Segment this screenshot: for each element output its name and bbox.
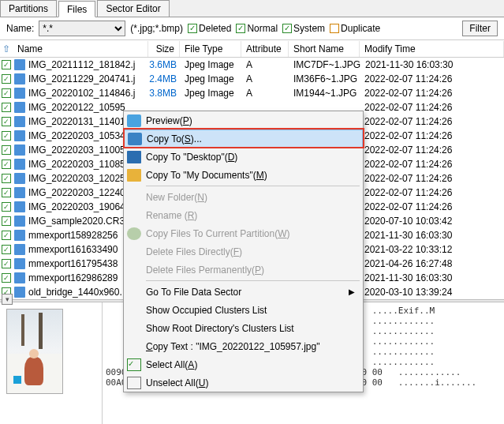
tab-partitions[interactable]: Partitions bbox=[0, 0, 57, 17]
chk-system[interactable]: ✓System bbox=[282, 23, 325, 34]
desktop-icon bbox=[127, 151, 141, 163]
col-type[interactable]: File Type bbox=[180, 41, 241, 57]
menu-copy-to[interactable]: Copy To(S)... bbox=[124, 129, 363, 148]
context-menu: Preview(P) Copy To(S)... Copy To "Deskto… bbox=[123, 111, 364, 392]
col-name[interactable]: Name bbox=[13, 41, 148, 57]
row-checkbox[interactable]: ✓ bbox=[2, 174, 11, 183]
table-row[interactable]: ✓ IMG_20220102_114846.j 3.8MB Jpeg Image… bbox=[0, 86, 504, 100]
file-attr: A bbox=[241, 73, 289, 84]
file-attr: A bbox=[241, 88, 289, 99]
table-row[interactable]: ✓ IMG_20211229_204741.j 2.4MB Jpeg Image… bbox=[0, 72, 504, 86]
file-mod: 2022-02-07 11:24:26 bbox=[360, 159, 504, 170]
file-mod: 2022-02-07 11:24:26 bbox=[360, 144, 504, 156]
file-icon bbox=[14, 187, 25, 198]
thumbnail-pane bbox=[0, 302, 103, 424]
file-mod: 2022-02-07 11:24:26 bbox=[360, 130, 504, 141]
col-size[interactable]: Size bbox=[148, 41, 180, 57]
file-icon bbox=[14, 73, 25, 84]
row-checkbox[interactable]: ✓ bbox=[2, 273, 11, 283]
col-short[interactable]: Short Name bbox=[289, 41, 360, 57]
file-mod: 2021-04-26 16:27:48 bbox=[360, 258, 504, 269]
table-row[interactable]: ✓ IMG_20211112_181842.j 3.6MB Jpeg Image… bbox=[0, 58, 504, 72]
row-checkbox[interactable]: ✓ bbox=[2, 245, 11, 254]
file-mod: 2021-11-30 16:03:30 bbox=[360, 272, 504, 283]
row-checkbox[interactable]: ✓ bbox=[2, 259, 11, 268]
row-checkbox[interactable]: ✓ bbox=[2, 216, 11, 226]
file-short: IM36F6~1.JPG bbox=[289, 73, 360, 84]
file-short: IMC7DF~1.JPG bbox=[289, 59, 360, 70]
column-headers: ⇧ Name Size File Type Attribute Short Na… bbox=[0, 40, 504, 58]
row-checkbox[interactable]: ✓ bbox=[2, 131, 11, 141]
row-checkbox[interactable]: ✓ bbox=[2, 159, 11, 169]
name-label: Name: bbox=[6, 23, 34, 34]
menu-copy-docs[interactable]: Copy To "My Documents"(M) bbox=[124, 166, 363, 184]
row-checkbox[interactable]: ✓ bbox=[2, 74, 11, 84]
row-checkbox[interactable]: ✓ bbox=[2, 60, 11, 69]
menu-show-root[interactable]: Show Root Directory's Clusters List bbox=[124, 319, 363, 337]
recycle-icon bbox=[127, 227, 141, 240]
file-icon bbox=[14, 130, 25, 141]
file-size: 2.4MB bbox=[148, 73, 180, 84]
menu-preview[interactable]: Preview(P) bbox=[124, 111, 363, 129]
menu-delete-perm: Delete Files Permanently(P) bbox=[124, 261, 363, 279]
file-mod: 2022-02-07 11:24:26 bbox=[360, 173, 504, 184]
select-toggle-button[interactable]: ▾ bbox=[2, 294, 13, 305]
file-mod: 2021-11-30 16:03:30 bbox=[360, 59, 504, 70]
menu-copy-partition: Copy Files To Current Partition(W) bbox=[124, 224, 363, 242]
row-checkbox[interactable]: ✓ bbox=[2, 188, 11, 197]
file-type: Jpeg Image bbox=[180, 73, 241, 84]
menu-select-all[interactable]: ✓Select All(A) bbox=[124, 355, 363, 373]
menu-delete-direct: Delete Files Directly(F) bbox=[124, 242, 363, 261]
file-short: IM1944~1.JPG bbox=[289, 88, 360, 99]
file-mod: 2021-11-30 16:03:30 bbox=[360, 230, 504, 241]
file-mod: 2022-02-07 11:24:26 bbox=[360, 187, 504, 198]
file-icon bbox=[14, 230, 25, 241]
file-type: Jpeg Image bbox=[180, 88, 241, 99]
file-mod: 2022-02-07 11:24:26 bbox=[360, 116, 504, 127]
tab-files[interactable]: Files bbox=[58, 1, 95, 17]
filter-button[interactable]: Filter bbox=[462, 21, 498, 36]
menu-copy-desktop[interactable]: Copy To "Desktop"(D) bbox=[124, 148, 363, 166]
uncheck-icon bbox=[127, 377, 141, 389]
up-folder-icon[interactable]: ⇧ bbox=[0, 43, 13, 54]
chk-deleted[interactable]: ✓Deleted bbox=[188, 23, 231, 34]
check-icon: ✓ bbox=[127, 358, 141, 371]
chk-normal[interactable]: ✓Normal bbox=[236, 23, 278, 34]
file-icon bbox=[14, 244, 25, 255]
file-mod: 2022-02-07 11:24:26 bbox=[360, 73, 504, 84]
menu-new-folder: New Folder(N) bbox=[124, 188, 363, 206]
file-size: 3.6MB bbox=[148, 59, 180, 70]
file-type: Jpeg Image bbox=[180, 59, 241, 70]
menu-show-clusters[interactable]: Show Occupied Clusters List bbox=[124, 301, 363, 319]
name-pattern-select[interactable]: *.* bbox=[39, 21, 125, 36]
menu-copy-text[interactable]: Copy Text : "IMG_20220122_105957.jpg" bbox=[124, 337, 363, 355]
file-mod: 2020-07-10 10:03:42 bbox=[360, 216, 504, 227]
menu-unselect-all[interactable]: Unselect All(U) bbox=[124, 373, 363, 392]
row-checkbox[interactable]: ✓ bbox=[2, 88, 11, 98]
file-mod: 2022-02-07 11:24:26 bbox=[360, 102, 504, 113]
file-mod: 2022-02-07 11:24:26 bbox=[360, 201, 504, 212]
row-checkbox[interactable]: ✓ bbox=[2, 103, 11, 112]
preview-icon bbox=[127, 114, 141, 127]
file-icon bbox=[14, 102, 25, 113]
col-attr[interactable]: Attribute bbox=[241, 41, 289, 57]
file-name: IMG_20211229_204741.j bbox=[28, 73, 148, 84]
file-mod: 2021-03-22 10:33:12 bbox=[360, 244, 504, 255]
row-checkbox[interactable]: ✓ bbox=[2, 202, 11, 212]
file-icon bbox=[14, 272, 25, 283]
copy-icon bbox=[128, 133, 142, 145]
file-icon bbox=[14, 173, 25, 184]
chk-duplicate[interactable]: Duplicate bbox=[330, 23, 380, 34]
menu-goto-sector[interactable]: Go To File Data Sector▶ bbox=[124, 283, 363, 301]
row-checkbox[interactable]: ✓ bbox=[2, 117, 11, 126]
filter-bar: Name: *.* (*.jpg;*.bmp) ✓Deleted ✓Normal… bbox=[0, 17, 504, 40]
file-icon bbox=[14, 258, 25, 269]
row-checkbox[interactable]: ✓ bbox=[2, 145, 11, 155]
row-checkbox[interactable]: ✓ bbox=[2, 231, 11, 240]
col-mod[interactable]: Modify Time bbox=[360, 41, 504, 57]
file-icon bbox=[14, 116, 25, 127]
thumbnail-image bbox=[6, 309, 63, 394]
tab-sector-editor[interactable]: Sector Editor bbox=[97, 0, 169, 17]
file-icon bbox=[14, 216, 25, 227]
ext-hint: (*.jpg;*.bmp) bbox=[130, 23, 183, 34]
